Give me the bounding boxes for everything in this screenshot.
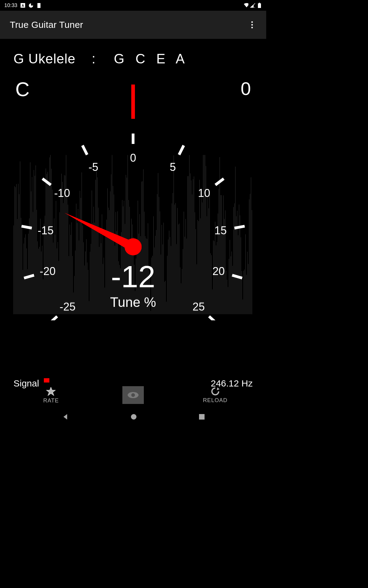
svg-rect-6 <box>131 85 135 119</box>
status-time: 10:33 <box>4 2 17 9</box>
svg-point-30 <box>131 393 135 397</box>
svg-text:-5: -5 <box>89 161 98 173</box>
svg-text:A: A <box>22 4 24 7</box>
star-icon <box>20 386 82 396</box>
rate-label: RATE <box>20 398 82 404</box>
tuning-separator: : <box>92 51 96 66</box>
svg-text:10: 10 <box>198 187 210 199</box>
svg-line-15 <box>82 145 87 155</box>
recents-button[interactable] <box>199 414 205 420</box>
data-saver-icon <box>29 3 33 8</box>
battery-icon <box>257 3 262 8</box>
cents-value: -12 <box>0 259 266 294</box>
gauge-area: -25-20-15-10-50510152025 -12 Tune % <box>0 75 266 326</box>
svg-text:-15: -15 <box>38 224 54 237</box>
svg-line-23 <box>234 226 244 228</box>
svg-text:5: 5 <box>170 161 176 173</box>
svg-text:0: 0 <box>130 152 136 164</box>
system-nav-bar <box>0 408 266 425</box>
overflow-menu-button[interactable] <box>245 18 259 32</box>
reload-label: RELOAD <box>185 397 246 404</box>
svg-point-3 <box>251 21 253 23</box>
svg-point-5 <box>251 27 253 28</box>
app-bar: True Guitar Tuner <box>0 11 266 39</box>
sd-card-icon <box>36 3 41 8</box>
svg-rect-32 <box>199 414 205 420</box>
svg-line-13 <box>43 179 51 185</box>
home-button[interactable] <box>130 413 137 420</box>
eye-icon <box>127 391 139 399</box>
tuning-selection[interactable]: G Ukelele : G C E A <box>13 51 253 66</box>
more-vert-icon <box>251 21 253 28</box>
tuning-notes: G C E A <box>114 51 188 66</box>
wifi-icon <box>243 3 248 8</box>
gauge-unit-label: Tune % <box>0 295 266 310</box>
svg-line-27 <box>209 316 217 320</box>
svg-text:-10: -10 <box>54 187 70 199</box>
keyboard-icon: A <box>21 3 25 8</box>
signal-level-indicator <box>44 378 49 383</box>
svg-point-31 <box>131 414 136 420</box>
signal-icon <box>250 3 255 8</box>
svg-point-29 <box>125 238 142 255</box>
svg-text:15: 15 <box>214 224 227 237</box>
visibility-toggle-button[interactable] <box>122 386 144 404</box>
reload-icon <box>185 387 246 396</box>
svg-point-4 <box>251 24 253 26</box>
tuning-name: G Ukelele <box>13 51 75 66</box>
rate-button[interactable]: RATE <box>20 386 82 404</box>
reload-button[interactable]: RELOAD <box>185 387 246 404</box>
svg-line-11 <box>21 226 32 228</box>
svg-line-21 <box>215 179 224 185</box>
svg-line-7 <box>49 316 57 320</box>
back-button[interactable] <box>62 413 69 420</box>
app-title: True Guitar Tuner <box>10 20 83 30</box>
status-bar: 10:33 A <box>0 0 266 11</box>
svg-line-19 <box>179 145 184 155</box>
action-bar: RATE RELOAD <box>0 383 266 407</box>
